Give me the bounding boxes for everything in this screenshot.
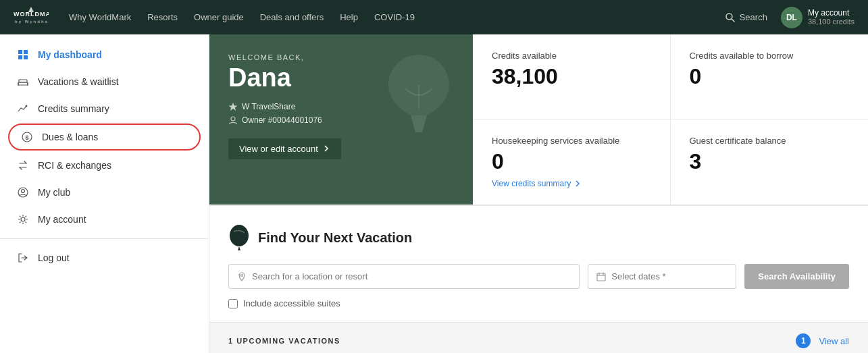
star-icon	[228, 102, 238, 111]
svg-point-23	[241, 274, 243, 276]
svg-rect-24	[597, 273, 605, 281]
account-credits: 38,100 credits	[808, 18, 854, 26]
view-all-link[interactable]: View all	[819, 336, 849, 346]
search-icon	[725, 12, 736, 23]
arrows-icon	[16, 160, 30, 171]
housekeeping-label: Housekeeping services available	[492, 136, 651, 146]
svg-text:$: $	[25, 134, 28, 141]
balloon-icon	[228, 225, 250, 250]
travel-share-label: W TravelShare	[242, 102, 295, 111]
vacation-search-section: Find Your Next Vacation	[209, 205, 868, 322]
accessible-suites-label: Include accessible suites	[243, 298, 340, 308]
search-label: Search	[740, 12, 767, 22]
search-row: Search Availability	[228, 264, 849, 289]
credits-available-value: 38,100	[492, 65, 651, 88]
date-input[interactable]	[611, 271, 725, 281]
nav-links: Why WorldMark Resorts Owner guide Deals …	[69, 12, 725, 22]
accessible-row: Include accessible suites	[228, 298, 849, 308]
logout-icon	[16, 252, 30, 263]
location-input[interactable]	[252, 271, 571, 281]
sidebar: My dashboard Vacations & waitlist Cred	[0, 34, 209, 353]
svg-marker-2	[28, 7, 34, 12]
sidebar-label-my-dashboard: My dashboard	[38, 49, 102, 60]
sidebar-item-vacations-waitlist[interactable]: Vacations & waitlist	[0, 68, 209, 95]
svg-point-18	[21, 217, 25, 221]
view-credits-summary-label: View credits summary	[492, 179, 571, 188]
sidebar-label-logout: Log out	[38, 252, 70, 263]
credits-borrow-label: Credits available to borrow	[690, 51, 850, 61]
sidebar-divider	[0, 238, 209, 239]
nav-link-owner-guide[interactable]: Owner guide	[194, 12, 244, 22]
nav-link-resorts[interactable]: Resorts	[147, 12, 178, 22]
view-edit-account-button[interactable]: View or edit account	[228, 138, 341, 159]
svg-point-20	[231, 117, 235, 121]
nav-link-deals[interactable]: Deals and offers	[260, 12, 324, 22]
sidebar-label-my-account: My account	[38, 214, 86, 225]
stats-area: Credits available 38,100 Credits availab…	[473, 34, 868, 205]
upcoming-right: 1 View all	[796, 333, 849, 348]
top-navigation: WORLDMARK by Wyndham Why WorldMark Resor…	[0, 0, 868, 34]
nav-link-help[interactable]: Help	[340, 12, 358, 22]
sidebar-label-my-club: My club	[38, 187, 70, 198]
search-button[interactable]: Search	[725, 12, 767, 23]
vacation-search-title: Find Your Next Vacation	[258, 230, 412, 246]
sidebar-item-my-dashboard[interactable]: My dashboard	[0, 41, 209, 68]
account-name: My account	[808, 8, 854, 18]
sidebar-item-my-club[interactable]: My club	[0, 179, 209, 206]
logo-wordmark: WORLDMARK by Wyndham	[14, 7, 49, 28]
owner-number-text: Owner #00044001076	[242, 115, 322, 125]
credits-borrow-value: 0	[690, 65, 850, 88]
stat-credits-borrow: Credits available to borrow 0	[671, 34, 869, 119]
view-edit-account-label: View or edit account	[239, 144, 318, 154]
person-icon	[228, 115, 238, 125]
gear-icon	[16, 214, 30, 225]
vacation-header: Find Your Next Vacation	[228, 225, 849, 250]
svg-text:by Wyndham: by Wyndham	[15, 20, 49, 24]
location-icon	[237, 272, 247, 281]
upcoming-count-badge: 1	[796, 333, 811, 348]
view-credits-summary-link[interactable]: View credits summary	[492, 179, 582, 188]
nav-link-covid[interactable]: COVID-19	[374, 12, 415, 22]
sidebar-label-vacations: Vacations & waitlist	[38, 76, 119, 87]
date-field[interactable]	[588, 264, 736, 289]
user-circle-icon	[16, 187, 30, 198]
main-layout: My dashboard Vacations & waitlist Cred	[0, 34, 868, 353]
calendar-icon	[596, 272, 606, 281]
chart-icon	[16, 103, 30, 114]
upcoming-vacations-section: 1 UPCOMING VACATIONS 1 View all	[209, 322, 868, 353]
upcoming-vacations-label: 1 UPCOMING VACATIONS	[228, 337, 340, 345]
logo[interactable]: WORLDMARK by Wyndham	[14, 7, 49, 28]
svg-rect-8	[24, 55, 28, 59]
search-availability-button[interactable]: Search Availability	[744, 264, 849, 289]
sidebar-item-my-account[interactable]: My account	[0, 206, 209, 233]
bed-icon	[16, 76, 30, 87]
stat-guest-cert: Guest certificate balance 3	[671, 119, 869, 205]
sidebar-label-rci: RCI & exchanges	[38, 160, 111, 171]
chevron-right-small-icon	[573, 180, 582, 188]
location-search-field[interactable]	[228, 264, 580, 289]
svg-line-4	[732, 19, 734, 22]
avatar: DL	[781, 7, 802, 28]
credits-available-label: Credits available	[492, 51, 651, 61]
stat-housekeeping: Housekeeping services available 0 View c…	[473, 119, 671, 205]
accessible-suites-checkbox[interactable]	[228, 299, 238, 308]
svg-point-17	[22, 190, 25, 193]
main-content: WELCOME BACK, Dana W TravelShare Owner #…	[209, 34, 868, 353]
sidebar-label-dues: Dues & loans	[42, 132, 98, 142]
svg-rect-10	[19, 80, 27, 82]
svg-marker-19	[229, 103, 238, 111]
nav-right: Search DL My account 38,100 credits	[725, 7, 854, 28]
sidebar-item-log-out[interactable]: Log out	[0, 244, 209, 271]
sidebar-item-credits-summary[interactable]: Credits summary	[0, 95, 209, 122]
svg-rect-7	[18, 55, 22, 59]
account-menu[interactable]: DL My account 38,100 credits	[781, 7, 854, 28]
stat-credits-available: Credits available 38,100	[473, 34, 671, 119]
housekeeping-value: 0	[492, 150, 651, 173]
svg-rect-5	[18, 50, 22, 54]
dollar-icon: $	[20, 132, 34, 142]
svg-rect-6	[24, 50, 28, 54]
sidebar-item-dues-loans[interactable]: $ Dues & loans	[8, 124, 201, 151]
account-info: My account 38,100 credits	[808, 8, 854, 27]
nav-link-why[interactable]: Why WorldMark	[69, 12, 131, 22]
sidebar-item-rci-exchanges[interactable]: RCI & exchanges	[0, 152, 209, 179]
